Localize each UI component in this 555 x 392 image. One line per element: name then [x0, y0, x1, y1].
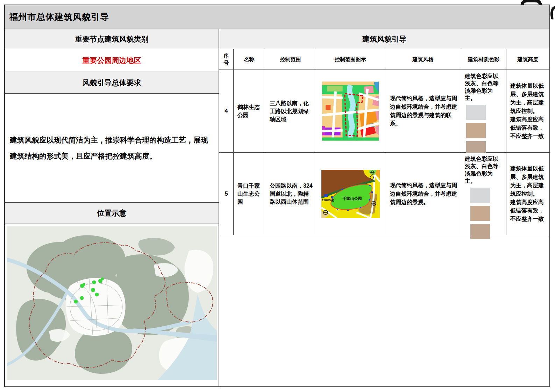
row4-zoning-map [322, 81, 379, 141]
col-header-style: 建筑风格 [385, 49, 461, 70]
location-header-label: 位置示意 [97, 208, 127, 218]
col-header-height: 建筑高度 [506, 49, 549, 70]
requirement-section-header: 风貌引导总体要求 [5, 72, 219, 94]
row5-map-substation-label: 110KV变 [322, 198, 334, 202]
row5-height: 建筑体量以低层、多层建筑为主，高层建筑应控制。 建筑高度应高低错落有致，不应整齐… [506, 153, 549, 235]
title-bar: 福州市总体建筑风貌引导 [5, 5, 549, 29]
row5-material-note: 建筑色彩应以浅灰、白色等淡雅色彩为主。 [465, 155, 503, 184]
row5-name: 青口千家山生态公园 [234, 153, 265, 235]
col-header-material: 建筑材质色彩 [461, 49, 506, 70]
guide-table: 序号 名称 控制范围 控制范围图示 建筑风格 建筑材质色彩 建筑高度 4 鹤林生… [219, 49, 549, 235]
material-color-swatch [466, 123, 486, 138]
guide-table-header: 建筑风貌引导 [219, 29, 549, 49]
planning-document-page: 福州市总体建筑风貌引导 重要节点建筑风貌类别 重要公园周边地区 风貌引导总体要求… [0, 0, 555, 392]
location-section-header: 位置示意 [5, 203, 219, 224]
requirement-body-cell: 建筑风貌应以现代简洁为主，推崇科学合理的构造工艺，展现建筑结构的形式美，且应严格… [5, 94, 219, 203]
guide-table-title: 建筑风貌引导 [362, 34, 406, 44]
requirement-header-label: 风貌引导总体要求 [83, 78, 141, 88]
row5-scope: 公园路以南，324国道以北，陶精路以西山体范围 [265, 153, 316, 235]
material-color-swatch [470, 224, 490, 239]
page-title: 福州市总体建筑风貌引导 [9, 11, 109, 23]
document-frame: 福州市总体建筑风貌引导 重要节点建筑风貌类别 重要公园周边地区 风貌引导总体要求… [4, 5, 550, 387]
row4-name: 鹤林生态公园 [234, 70, 265, 153]
material-color-swatch [470, 206, 490, 221]
row5-zoning-map: 千家山公园 110KV变 [321, 169, 380, 218]
row4-material-swatches [466, 105, 503, 156]
left-panel: 重要节点建筑风貌类别 重要公园周边地区 风貌引导总体要求 建筑风貌应以现代简洁为… [5, 29, 219, 386]
empty-area [219, 235, 549, 386]
row5-no: 5 [219, 153, 234, 235]
row5-map-park-label: 千家山公园 [342, 196, 362, 201]
row5-material-swatches [470, 188, 503, 239]
col-header-scope: 控制范围 [265, 49, 316, 70]
location-map-image [7, 226, 217, 380]
col-header-scope-map: 控制范围图示 [316, 49, 385, 70]
row5-style: 现代简约风格，造型应与周边自然环境结合，并考虑建筑周边的景观。 [385, 153, 461, 235]
row4-scope: 三八路以南，化工路以北规划绿轴区域 [265, 70, 316, 153]
material-color-swatch [466, 105, 486, 120]
row4-material: 建筑色彩应以浅灰、白色等淡雅色彩为主。 [461, 70, 506, 153]
right-panel: 建筑风貌引导 序号 名称 控制范围 控制范围图示 建筑风格 建筑材质色彩 建筑高… [219, 29, 549, 386]
row5-scope-map-cell: 千家山公园 110KV变 [316, 153, 385, 235]
col-header-no: 序号 [219, 49, 234, 70]
category-value-cell: 重要公园周边地区 [5, 49, 219, 72]
row4-no: 4 [219, 70, 234, 153]
category-header-label: 重要节点建筑风貌类别 [75, 34, 149, 44]
location-map-cell [5, 224, 219, 386]
material-color-swatch [470, 188, 490, 203]
row4-material-note: 建筑色彩应以浅灰、白色等淡雅色彩为主。 [465, 72, 503, 102]
col-header-name: 名称 [234, 49, 265, 70]
clipped-hook-icon [550, 6, 555, 20]
row4-height: 建筑体量以低层、多层建筑为主，高层建筑应控制。 建筑高度应高低错落有致，不应整齐… [506, 70, 549, 153]
row5-material: 建筑色彩应以浅灰、白色等淡雅色彩为主。 [461, 153, 506, 235]
requirement-text: 建筑风貌应以现代简洁为主，推崇科学合理的构造工艺，展现建筑结构的形式美，且应严格… [10, 132, 213, 164]
row4-scope-map-cell [316, 70, 385, 153]
category-value-text: 重要公园周边地区 [83, 56, 141, 65]
row4-style: 现代简约风格，造型应与周边自然环境结合，并考虑建筑周边的景观与建筑的联系。 [385, 70, 461, 153]
category-section-header: 重要节点建筑风貌类别 [5, 29, 219, 49]
